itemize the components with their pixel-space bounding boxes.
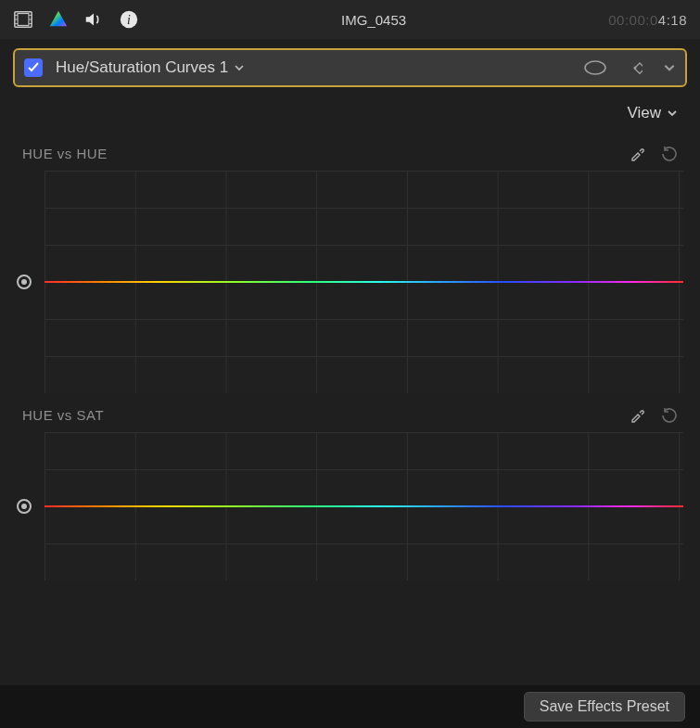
hue-vs-sat-curve-grid[interactable] [45, 432, 683, 581]
chevron-down-icon [667, 108, 678, 119]
view-menu[interactable]: View [0, 87, 700, 132]
mask-icon[interactable] [583, 59, 607, 76]
color-icon[interactable] [48, 9, 69, 30]
svg-marker-8 [50, 11, 67, 27]
save-effects-preset-button[interactable]: Save Effects Preset [524, 692, 685, 722]
svg-point-13 [634, 67, 637, 70]
hue-vs-hue-curve-grid[interactable] [45, 171, 683, 393]
footer-bar: Save Effects Preset [0, 685, 700, 728]
reset-icon[interactable] [661, 406, 678, 423]
clip-title: IMG_0453 [139, 12, 608, 28]
view-menu-label: View [627, 104, 661, 122]
timecode-bright: 4:18 [658, 12, 687, 28]
eyedropper-icon[interactable] [630, 406, 646, 423]
panel-label: HUE vs HUE [22, 146, 630, 161]
inspector-tabs-bar: i IMG_0453 00:00:04:18 [0, 0, 700, 39]
timecode-display: 00:00:04:18 [608, 12, 687, 28]
inspector-tab-icons: i [13, 9, 139, 30]
curve-drag-handle[interactable] [17, 275, 45, 289]
handle-ring-icon [17, 499, 32, 514]
keyframe-icon[interactable] [628, 60, 643, 75]
chevron-down-icon[interactable] [663, 61, 676, 74]
timecode-dim: 00:00:0 [608, 12, 658, 28]
hue-vs-hue-panel: HUE vs HUE [17, 139, 683, 393]
svg-point-11 [585, 61, 605, 74]
hue-vs-sat-panel: HUE vs SAT [17, 401, 683, 581]
chevron-down-icon [234, 62, 245, 73]
spectrum-line [45, 505, 683, 507]
eyedropper-icon[interactable] [630, 145, 646, 161]
panel-label: HUE vs SAT [22, 407, 630, 423]
curve-drag-handle[interactable] [17, 499, 45, 514]
effect-title-bar: Hue/Saturation Curves 1 [13, 48, 687, 87]
info-icon[interactable]: i [119, 9, 139, 30]
effect-selector[interactable]: Hue/Saturation Curves 1 [56, 58, 583, 77]
spectrum-line [45, 281, 683, 283]
effect-enable-checkbox[interactable] [24, 58, 43, 77]
film-icon[interactable] [13, 9, 33, 30]
effect-name-label: Hue/Saturation Curves 1 [56, 58, 228, 77]
handle-ring-icon [17, 275, 32, 289]
svg-text:i: i [127, 13, 131, 27]
volume-icon[interactable] [83, 9, 104, 30]
reset-icon[interactable] [661, 145, 678, 161]
svg-rect-1 [18, 14, 29, 26]
